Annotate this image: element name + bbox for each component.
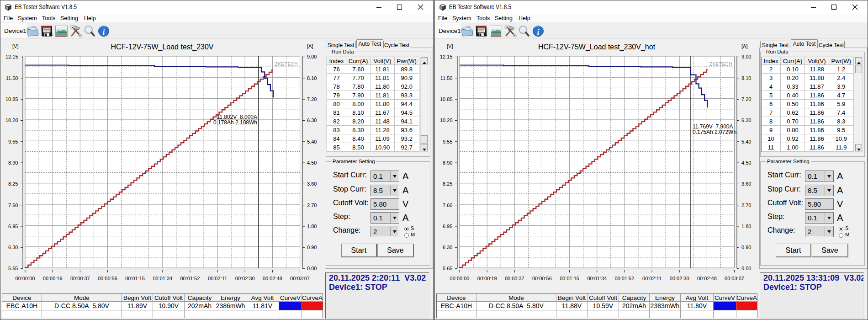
svg-text:9.00: 9.00 bbox=[741, 54, 751, 59]
svg-text:2.70: 2.70 bbox=[741, 203, 751, 208]
svg-text:10.85: 10.85 bbox=[440, 96, 453, 102]
svg-text:00:02:30: 00:02:30 bbox=[670, 276, 689, 281]
svg-text:00:00:19: 00:00:19 bbox=[477, 276, 497, 281]
svg-text:00:01:34: 00:01:34 bbox=[153, 276, 172, 281]
svg-text:00:01:52: 00:01:52 bbox=[614, 276, 634, 281]
svg-text:2.70: 2.70 bbox=[307, 203, 317, 208]
svg-text:00:00:37: 00:00:37 bbox=[70, 276, 90, 281]
svg-text:3.60: 3.60 bbox=[307, 181, 317, 187]
svg-text:00:00:56: 00:00:56 bbox=[98, 276, 117, 281]
svg-text:6.95: 6.95 bbox=[443, 224, 452, 229]
svg-text:00:01:15: 00:01:15 bbox=[125, 276, 145, 281]
svg-text:0.90: 0.90 bbox=[741, 245, 751, 250]
svg-text:11.50: 11.50 bbox=[440, 75, 453, 81]
svg-text:12.15: 12.15 bbox=[440, 54, 453, 59]
svg-text:6.30: 6.30 bbox=[443, 245, 452, 250]
svg-text:00:03:07: 00:03:07 bbox=[290, 276, 310, 281]
svg-text:00:00:19: 00:00:19 bbox=[43, 276, 63, 281]
svg-text:5.65: 5.65 bbox=[8, 266, 18, 271]
svg-text:8.25: 8.25 bbox=[443, 181, 452, 187]
svg-text:4.50: 4.50 bbox=[741, 160, 751, 165]
svg-text:00:03:07: 00:03:07 bbox=[725, 276, 744, 281]
svg-text:0.00: 0.00 bbox=[741, 266, 751, 271]
svg-text:9.55: 9.55 bbox=[443, 139, 452, 144]
svg-text:6.30: 6.30 bbox=[741, 117, 751, 123]
svg-text:[V]: [V] bbox=[12, 43, 18, 49]
svg-text:00:02:48: 00:02:48 bbox=[263, 276, 282, 281]
svg-text:3.60: 3.60 bbox=[741, 181, 751, 187]
svg-text:11.50: 11.50 bbox=[6, 75, 18, 81]
svg-text:10.20: 10.20 bbox=[440, 117, 453, 123]
svg-text:8.10: 8.10 bbox=[307, 75, 317, 81]
svg-text:0.00: 0.00 bbox=[307, 266, 317, 271]
svg-text:00:00:00: 00:00:00 bbox=[16, 276, 35, 281]
svg-text:4.50: 4.50 bbox=[307, 160, 317, 165]
svg-text:0.90: 0.90 bbox=[307, 245, 317, 250]
svg-text:5.65: 5.65 bbox=[443, 266, 452, 271]
svg-text:8.90: 8.90 bbox=[8, 160, 18, 165]
svg-text:8.90: 8.90 bbox=[443, 160, 452, 165]
svg-text:10.20: 10.20 bbox=[5, 117, 18, 123]
svg-text:00:01:15: 00:01:15 bbox=[560, 276, 579, 281]
svg-text:10.85: 10.85 bbox=[5, 96, 18, 102]
svg-text:[A]: [A] bbox=[741, 43, 747, 49]
svg-text:[A]: [A] bbox=[307, 43, 313, 49]
svg-text:HCF-12V-75W_Load test_230V: HCF-12V-75W_Load test_230V bbox=[111, 43, 213, 51]
svg-text:7.20: 7.20 bbox=[307, 96, 317, 102]
svg-text:1.80: 1.80 bbox=[741, 224, 751, 229]
svg-text:0.178Ah 2.108Wh: 0.178Ah 2.108Wh bbox=[213, 119, 257, 126]
svg-text:5.40: 5.40 bbox=[741, 139, 751, 144]
svg-text:1.80: 1.80 bbox=[307, 224, 317, 229]
svg-text:8.25: 8.25 bbox=[8, 181, 18, 187]
svg-text:7.20: 7.20 bbox=[741, 96, 751, 102]
svg-text:i: i bbox=[102, 27, 105, 37]
svg-text:00:02:48: 00:02:48 bbox=[697, 276, 717, 281]
svg-text:9.00: 9.00 bbox=[307, 54, 317, 59]
svg-text:00:02:11: 00:02:11 bbox=[208, 276, 227, 281]
svg-text:i: i bbox=[537, 27, 539, 37]
svg-text:6.95: 6.95 bbox=[8, 224, 18, 229]
svg-text:00:02:11: 00:02:11 bbox=[642, 276, 662, 281]
svg-text:7.60: 7.60 bbox=[8, 203, 18, 208]
svg-text:6.30: 6.30 bbox=[8, 245, 18, 250]
svg-text:00:02:30: 00:02:30 bbox=[235, 276, 255, 281]
svg-text:ZKETECH: ZKETECH bbox=[275, 62, 298, 67]
svg-text:7.60: 7.60 bbox=[443, 203, 452, 208]
svg-text:5.40: 5.40 bbox=[307, 139, 317, 144]
svg-text:[V]: [V] bbox=[447, 43, 453, 49]
svg-text:12.15: 12.15 bbox=[5, 54, 18, 59]
svg-text:ZKETECH: ZKETECH bbox=[709, 62, 732, 67]
svg-text:00:01:34: 00:01:34 bbox=[587, 276, 607, 281]
svg-text:00:00:00: 00:00:00 bbox=[450, 276, 470, 281]
svg-text:00:00:37: 00:00:37 bbox=[505, 276, 524, 281]
svg-text:HCF-12V-75W_Load test_230V_hot: HCF-12V-75W_Load test_230V_hot bbox=[538, 43, 656, 51]
svg-text:8.10: 8.10 bbox=[741, 75, 751, 81]
svg-text:9.55: 9.55 bbox=[8, 139, 18, 144]
svg-text:00:01:52: 00:01:52 bbox=[180, 276, 200, 281]
svg-text:0.175Ah 2.072Wh: 0.175Ah 2.072Wh bbox=[693, 129, 736, 135]
svg-text:00:00:56: 00:00:56 bbox=[532, 276, 552, 281]
svg-text:6.30: 6.30 bbox=[307, 117, 317, 123]
